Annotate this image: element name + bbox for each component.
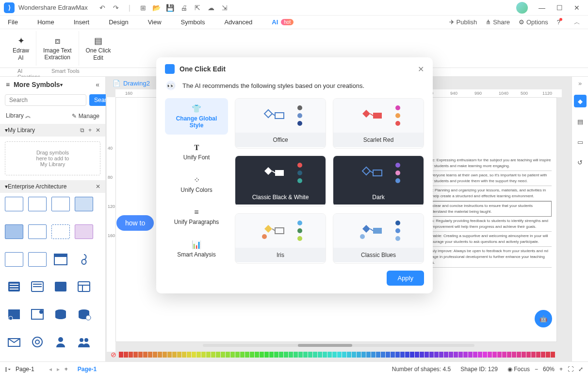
active-page-tab[interactable]: Page-1	[78, 366, 97, 373]
more-symbols-header[interactable]: ≡ More Symbols▾ «	[0, 77, 105, 92]
shape-item[interactable]	[51, 224, 70, 239]
color-swatch[interactable]	[497, 352, 502, 358]
manage-button[interactable]: ✎ Manage	[72, 113, 99, 120]
shape-item[interactable]	[5, 279, 23, 294]
color-swatch[interactable]	[148, 352, 152, 358]
color-swatch[interactable]	[177, 352, 181, 358]
color-swatch[interactable]	[172, 352, 177, 358]
color-swatch[interactable]	[230, 352, 235, 358]
color-swatch[interactable]	[206, 352, 211, 358]
h-scrollbar[interactable]	[203, 344, 474, 347]
style-classic-bw[interactable]: Classic Black & White	[235, 155, 326, 206]
color-swatch[interactable]	[371, 352, 376, 358]
options-button[interactable]: ⚙ Options	[519, 18, 548, 26]
export-icon[interactable]: ⇱	[193, 3, 202, 13]
share-button[interactable]: ⋔ Share	[486, 18, 510, 26]
menu-design[interactable]: Design	[109, 18, 128, 26]
shape-item[interactable]	[51, 279, 70, 294]
color-swatch[interactable]	[167, 352, 172, 358]
color-swatch[interactable]	[143, 352, 147, 358]
color-swatch[interactable]	[158, 352, 162, 358]
color-swatch[interactable]	[352, 352, 356, 358]
color-swatch[interactable]	[357, 352, 361, 358]
opt-change-global-style[interactable]: 👕Change Global Style	[165, 98, 228, 135]
apply-button[interactable]: Apply	[387, 271, 424, 286]
color-swatch[interactable]	[434, 352, 439, 358]
color-swatch[interactable]	[439, 352, 443, 358]
color-swatch[interactable]	[182, 352, 186, 358]
color-swatch[interactable]	[536, 352, 540, 358]
color-swatch[interactable]	[400, 352, 405, 358]
shape-item[interactable]	[75, 307, 93, 322]
drag-target[interactable]: Drag symbols here to add to My Library	[5, 141, 100, 175]
menu-view[interactable]: View	[148, 18, 162, 26]
opt-smart-analysis[interactable]: 📊Smart Analysis	[165, 234, 228, 264]
minimize-button[interactable]: —	[535, 3, 549, 13]
color-swatch[interactable]	[313, 352, 317, 358]
color-swatch[interactable]	[444, 352, 448, 358]
color-swatch[interactable]	[415, 352, 419, 358]
color-swatch[interactable]	[546, 352, 550, 358]
cloud-icon[interactable]: ☁	[206, 3, 216, 13]
focus-toggle[interactable]: ◉ Focus	[507, 366, 530, 373]
color-swatch[interactable]	[502, 352, 506, 358]
color-swatch[interactable]	[153, 352, 157, 358]
color-swatch[interactable]	[264, 352, 269, 358]
color-swatch[interactable]	[376, 352, 380, 358]
color-swatch[interactable]	[187, 352, 191, 358]
style-scarlet-red[interactable]: Scarlet Red	[333, 98, 424, 149]
color-swatch[interactable]	[274, 352, 278, 358]
color-swatch[interactable]	[129, 352, 133, 358]
color-swatch[interactable]	[332, 352, 337, 358]
fit-page-button[interactable]: ⛶	[568, 366, 573, 373]
color-swatch[interactable]	[531, 352, 536, 358]
color-swatch[interactable]	[463, 352, 468, 358]
prev-page-button[interactable]: ◂	[49, 366, 52, 373]
color-swatch[interactable]	[420, 352, 424, 358]
image-text-extraction-button[interactable]: ⧈ Image Text Extraction	[36, 31, 79, 66]
no-color-icon[interactable]: ⊘	[111, 351, 116, 359]
color-swatch[interactable]	[196, 352, 201, 358]
color-swatch[interactable]	[342, 352, 346, 358]
collapse-left-icon[interactable]: «	[96, 81, 99, 88]
color-swatch[interactable]	[221, 352, 225, 358]
library-label[interactable]: Library ︽	[6, 112, 31, 120]
mylib-add-icon[interactable]: +	[88, 127, 92, 134]
color-swatch[interactable]	[541, 352, 545, 358]
color-swatch[interactable]	[250, 352, 254, 358]
shape-item[interactable]	[75, 279, 93, 294]
new-icon[interactable]: ⊞	[138, 3, 148, 13]
shape-item[interactable]	[28, 197, 47, 211]
shape-item[interactable]	[51, 307, 70, 322]
color-swatch[interactable]	[119, 352, 123, 358]
present-panel-button[interactable]: ▭	[574, 136, 587, 148]
color-swatch[interactable]	[255, 352, 259, 358]
color-swatch[interactable]	[163, 352, 167, 358]
enterprise-close-icon[interactable]: ✕	[96, 183, 100, 190]
color-swatch[interactable]	[405, 352, 409, 358]
enterprise-section[interactable]: ▾ Enterprise Architecture ✕	[0, 180, 105, 193]
color-swatch[interactable]	[551, 352, 555, 358]
ai-assistant-button[interactable]: 🤖	[535, 310, 552, 327]
maximize-button[interactable]: ☐	[552, 3, 567, 13]
color-swatch[interactable]	[458, 352, 463, 358]
mylib-copy-icon[interactable]: ⧉	[80, 127, 84, 134]
shape-item[interactable]	[28, 307, 47, 322]
document-tab[interactable]: 📄 Drawing2	[113, 80, 150, 87]
color-swatch[interactable]	[410, 352, 414, 358]
color-swatch[interactable]	[526, 352, 531, 358]
color-swatch[interactable]	[483, 352, 487, 358]
color-swatch[interactable]	[260, 352, 264, 358]
color-swatch[interactable]	[512, 352, 516, 358]
menu-advanced[interactable]: Advanced	[224, 18, 252, 26]
color-swatch[interactable]	[138, 352, 143, 358]
color-swatch[interactable]	[522, 352, 526, 358]
user-avatar[interactable]	[516, 2, 528, 14]
shape-item[interactable]	[75, 335, 93, 349]
color-swatch[interactable]	[308, 352, 312, 358]
color-swatch[interactable]	[245, 352, 249, 358]
color-swatch[interactable]	[347, 352, 351, 358]
save-icon[interactable]: 💾	[165, 3, 175, 13]
shape-item[interactable]	[28, 335, 47, 349]
color-swatch[interactable]	[478, 352, 482, 358]
